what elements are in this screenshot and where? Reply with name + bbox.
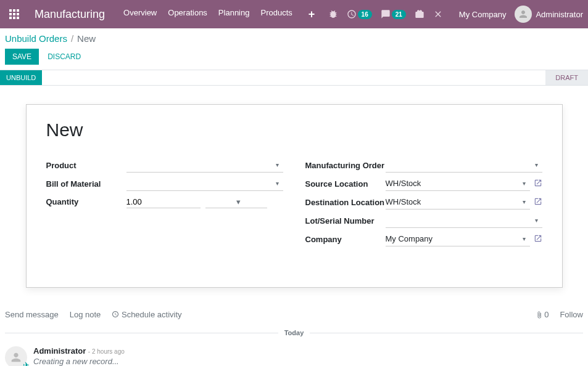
status-left: Unbuild	[0, 70, 42, 85]
label-lot: Lot/Serial Number	[305, 214, 386, 228]
chevron-down-icon[interactable]: ▾	[535, 217, 542, 224]
chatter-actions: Send message Log note Schedule activity …	[5, 305, 583, 324]
form-actions: Save Discard	[5, 49, 578, 65]
status-right: Draft	[545, 70, 588, 85]
bug-icon[interactable]	[328, 9, 338, 19]
form-sheet: New Product ▾ Bill of Material	[26, 104, 563, 288]
message-text: Creating a new record...	[33, 357, 125, 366]
chatter-date-label: Today	[278, 329, 310, 336]
row-dest: Destination Location ▾	[305, 195, 542, 209]
activities-badge: 16	[358, 10, 372, 19]
message-time: - 2 hours ago	[88, 348, 125, 355]
navbar: Manufacturing Overview Operations Planni…	[0, 0, 588, 28]
external-link-icon[interactable]	[534, 197, 542, 208]
navbar-left: Manufacturing Overview Operations Planni…	[5, 5, 328, 23]
nav-menu: Overview Operations Planning Products +	[123, 8, 315, 21]
label-quantity: Quantity	[46, 195, 126, 209]
navbar-right: 16 21 My Company Administrator	[328, 6, 583, 23]
form-col-right: Manufacturing Order ▾ Source Location ▾	[305, 158, 542, 250]
status-draft[interactable]: Draft	[545, 70, 588, 85]
product-input[interactable]	[126, 159, 276, 171]
row-company: Company ▾	[305, 232, 542, 246]
clock-icon	[112, 311, 119, 318]
source-input[interactable]	[386, 177, 523, 189]
chevron-down-icon[interactable]: ▾	[523, 198, 529, 205]
company-input[interactable]	[386, 233, 523, 245]
presence-icon: ✈	[23, 360, 30, 366]
message-body: Administrator - 2 hours ago Creating a n…	[33, 346, 125, 366]
form-col-left: Product ▾ Bill of Material ▾	[46, 158, 283, 250]
dest-field[interactable]: ▾	[386, 195, 530, 209]
close-tool-icon[interactable]	[433, 9, 443, 19]
row-mo: Manufacturing Order ▾	[305, 158, 542, 173]
sheet-background: New Product ▾ Bill of Material	[0, 104, 588, 288]
breadcrumb-sep: /	[71, 33, 73, 44]
label-company: Company	[305, 232, 386, 246]
lot-field[interactable]: ▾	[386, 213, 542, 228]
bom-input[interactable]	[126, 177, 276, 189]
chevron-down-icon[interactable]: ▾	[276, 180, 283, 187]
chatter-separator: Today	[5, 329, 583, 336]
nav-plus-icon[interactable]: +	[308, 8, 315, 21]
lot-input[interactable]	[386, 214, 536, 226]
avatar-icon: ✈	[5, 346, 27, 366]
dest-input[interactable]	[386, 196, 523, 208]
mo-field[interactable]: ▾	[386, 158, 542, 173]
quantity-field[interactable]	[126, 196, 201, 208]
quantity-input[interactable]	[126, 196, 201, 208]
gift-icon[interactable]	[415, 9, 424, 19]
breadcrumb-parent[interactable]: Unbuild Orders	[5, 33, 67, 44]
chatter-message: ✈ Administrator - 2 hours ago Creating a…	[5, 344, 583, 366]
unbuild-button[interactable]: Unbuild	[0, 70, 42, 85]
chevron-down-icon[interactable]: ▾	[523, 235, 529, 242]
row-source: Source Location ▾	[305, 176, 542, 191]
breadcrumb: Unbuild Orders / New	[5, 33, 578, 44]
message-author[interactable]: Administrator	[33, 346, 86, 356]
product-field[interactable]: ▾	[126, 158, 283, 173]
company-field[interactable]: ▾	[386, 232, 530, 246]
nav-overview[interactable]: Overview	[123, 8, 157, 21]
mo-input[interactable]	[386, 159, 536, 171]
chatter: Send message Log note Schedule activity …	[0, 300, 588, 366]
source-field[interactable]: ▾	[386, 176, 530, 191]
nav-planning[interactable]: Planning	[218, 8, 250, 21]
page-title: New	[46, 120, 542, 140]
label-dest: Destination Location	[305, 195, 386, 209]
nav-products[interactable]: Products	[260, 8, 292, 21]
discard-button[interactable]: Discard	[48, 52, 81, 61]
app-name[interactable]: Manufacturing	[35, 8, 105, 21]
external-link-icon[interactable]	[534, 234, 542, 245]
apps-icon[interactable]	[5, 5, 23, 23]
save-button[interactable]: Save	[5, 49, 39, 65]
row-product: Product ▾	[46, 158, 283, 173]
chevron-down-icon[interactable]: ▾	[523, 180, 529, 187]
nav-sys: 16 21	[328, 9, 443, 19]
schedule-activity-button[interactable]: Schedule activity	[112, 310, 181, 319]
company-switcher[interactable]: My Company	[459, 10, 507, 19]
discuss-icon[interactable]: 21	[381, 9, 406, 19]
log-note-button[interactable]: Log note	[70, 310, 101, 319]
chevron-down-icon[interactable]: ▾	[276, 161, 283, 168]
control-row: Unbuild Orders / New Save Discard	[0, 28, 588, 66]
label-bom: Bill of Material	[46, 177, 126, 191]
label-mo: Manufacturing Order	[305, 158, 386, 173]
breadcrumb-current: New	[77, 33, 96, 44]
nav-operations[interactable]: Operations	[168, 8, 207, 21]
bom-field[interactable]: ▾	[126, 176, 283, 191]
uom-field[interactable]: ▾	[205, 196, 267, 208]
chevron-down-icon[interactable]: ▾	[535, 161, 542, 168]
form-columns: Product ▾ Bill of Material ▾	[46, 158, 542, 250]
external-link-icon[interactable]	[534, 179, 542, 189]
row-bom: Bill of Material ▾	[46, 176, 283, 191]
activities-icon[interactable]: 16	[347, 9, 372, 19]
follow-button[interactable]: Follow	[560, 310, 583, 319]
send-message-button[interactable]: Send message	[5, 310, 59, 319]
attachment-count[interactable]: 0	[536, 310, 549, 319]
row-quantity: Quantity ▾	[46, 195, 283, 209]
user-name: Administrator	[536, 10, 583, 19]
paperclip-icon	[536, 311, 543, 319]
user-menu[interactable]: Administrator	[515, 6, 583, 23]
chevron-down-icon[interactable]: ▾	[236, 197, 267, 206]
discuss-badge: 21	[392, 10, 406, 19]
label-source: Source Location	[305, 177, 386, 191]
